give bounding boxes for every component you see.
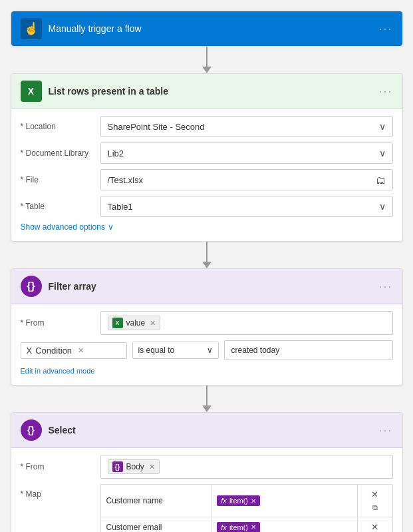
- excel-body: * Location SharePoint Site - Second ∨ * …: [11, 109, 402, 241]
- filter-from-label: * From: [21, 318, 94, 328]
- select-header: {} Select ···: [11, 413, 402, 448]
- filter-from-tag: X value ✕: [108, 316, 161, 330]
- fx-label-2: item(): [229, 523, 248, 531]
- doc-library-input[interactable]: Lib2 ∨: [100, 142, 393, 164]
- show-advanced-button[interactable]: Show advanced options ∨: [21, 222, 393, 232]
- arrow-3: [202, 386, 211, 412]
- show-advanced-label: Show advanced options: [21, 222, 105, 232]
- excel-card: X List rows present in a table ··· * Loc…: [11, 73, 403, 242]
- arrow-line-3: [206, 386, 207, 405]
- arrow-line-2: [206, 242, 207, 262]
- excel-header: X List rows present in a table ···: [11, 74, 402, 109]
- map-row-1-actions: ✕ ⧉: [363, 489, 387, 513]
- filter-icon-box: {}: [21, 276, 42, 297]
- location-chevron-icon: ∨: [379, 121, 386, 132]
- map-row-1-copy-button[interactable]: ⧉: [370, 503, 380, 513]
- arrow-head-3: [202, 405, 211, 412]
- map-key-1[interactable]: Customer name: [100, 485, 211, 517]
- select-map-label: * Map: [21, 484, 94, 499]
- fx-label-1: item(): [229, 497, 248, 505]
- map-row-1-delete-button[interactable]: ✕: [369, 489, 380, 500]
- excel-more-button[interactable]: ···: [378, 85, 392, 99]
- filter-from-tag-label: value: [126, 318, 146, 328]
- doc-library-chevron-icon: ∨: [379, 148, 386, 158]
- excel-icon: X: [28, 86, 34, 97]
- trigger-card: ☝ Manually trigger a flow ···: [11, 11, 403, 47]
- filter-from-tag-close[interactable]: ✕: [150, 319, 156, 328]
- condition-op-chevron-icon: ∨: [207, 346, 213, 355]
- select-from-tag-label: Body: [126, 462, 144, 471]
- arrow-line-1: [206, 47, 207, 67]
- arrow-head-1: [202, 67, 211, 73]
- fx-tag-1: fx item() ✕: [217, 495, 260, 506]
- file-folder-icon: 🗂: [376, 174, 386, 186]
- condition-tag-close[interactable]: ✕: [78, 346, 84, 355]
- filter-from-tag-icon: X: [112, 318, 123, 328]
- doc-library-row: * Document Library Lib2 ∨: [21, 142, 393, 164]
- map-row-1: Customer name fx item() ✕: [100, 485, 392, 517]
- edit-advanced-button[interactable]: Edit in advanced mode: [21, 367, 95, 375]
- map-actions-1: ✕ ⧉: [357, 485, 392, 517]
- condition-operator-dropdown[interactable]: is equal to ∨: [132, 342, 219, 359]
- trigger-header-left: ☝ Manually trigger a flow: [21, 18, 142, 39]
- condition-row: X Condition ✕ is equal to ∨ created toda…: [21, 340, 393, 360]
- excel-header-left: X List rows present in a table: [21, 81, 169, 102]
- table-value: Table1: [108, 202, 133, 212]
- map-table: Customer name fx item() ✕: [100, 484, 393, 532]
- doc-library-value: Lib2: [108, 148, 124, 158]
- fx-icon-1: fx: [221, 497, 227, 505]
- fx-close-1[interactable]: ✕: [251, 497, 256, 505]
- location-row: * Location SharePoint Site - Second ∨: [21, 116, 393, 137]
- location-input[interactable]: SharePoint Site - Second ∨: [100, 116, 393, 137]
- filter-body: * From X value ✕ X Condition ✕ is eq: [11, 304, 402, 385]
- map-key-2-text: Customer email: [106, 523, 162, 532]
- excel-icon-box: X: [21, 81, 42, 102]
- condition-tag-icon: X: [27, 346, 33, 356]
- select-from-row: * From {} Body ✕: [21, 455, 393, 479]
- map-key-2[interactable]: Customer email: [100, 517, 211, 533]
- trigger-more-button[interactable]: ···: [378, 22, 392, 36]
- filter-header: {} Filter array ···: [11, 269, 402, 304]
- table-chevron-icon: ∨: [379, 201, 386, 212]
- select-from-tag: {} Body ✕: [108, 459, 160, 474]
- select-map-container: Customer name fx item() ✕: [100, 484, 393, 532]
- select-icon-box: {}: [21, 419, 42, 441]
- condition-left-input[interactable]: X Condition ✕: [21, 342, 127, 359]
- trigger-title: Manually trigger a flow: [49, 23, 142, 34]
- table-row: * Table Table1 ∨: [21, 196, 393, 217]
- map-value-2[interactable]: fx item() ✕: [211, 517, 358, 533]
- filter-from-row: * From X value ✕: [21, 311, 393, 335]
- select-from-tag-icon: {}: [112, 461, 123, 472]
- location-label: * Location: [21, 122, 94, 131]
- fx-close-2[interactable]: ✕: [251, 523, 256, 531]
- fx-tag-2: fx item() ✕: [217, 522, 260, 533]
- file-input[interactable]: /Test.xlsx 🗂: [100, 169, 393, 190]
- filter-from-input[interactable]: X value ✕: [100, 311, 393, 335]
- excel-title: List rows present in a table: [49, 86, 169, 97]
- map-row-2-delete-button[interactable]: ✕: [369, 521, 380, 532]
- select-more-button[interactable]: ···: [378, 423, 392, 437]
- trigger-icon: ☝: [24, 21, 39, 36]
- show-advanced-chevron-icon: ∨: [108, 222, 114, 232]
- filter-title: Filter array: [49, 281, 96, 292]
- map-row-2: Customer email fx item() ✕: [100, 517, 392, 533]
- table-input[interactable]: Table1 ∨: [100, 196, 393, 217]
- select-from-tag-close[interactable]: ✕: [149, 463, 155, 471]
- fx-icon-2: fx: [221, 523, 227, 531]
- filter-icon: {}: [27, 280, 35, 292]
- arrow-head-2: [202, 262, 211, 268]
- map-row-2-actions: ✕: [363, 521, 387, 532]
- file-row: * File /Test.xlsx 🗂: [21, 169, 393, 190]
- condition-value-input[interactable]: created today: [224, 340, 393, 360]
- location-value: SharePoint Site - Second: [108, 122, 205, 132]
- select-card: {} Select ··· * From {} Body ✕ *: [11, 412, 403, 532]
- select-header-left: {} Select: [21, 419, 76, 441]
- select-from-input[interactable]: {} Body ✕: [100, 455, 393, 479]
- filter-more-button[interactable]: ···: [378, 280, 392, 294]
- arrow-1: [202, 47, 211, 73]
- file-value: /Test.xlsx: [108, 175, 143, 185]
- select-from-label: * From: [21, 462, 94, 471]
- condition-tag-label: Condition: [35, 346, 72, 356]
- select-map-row: * Map Customer name fx: [21, 484, 393, 532]
- map-value-1[interactable]: fx item() ✕: [211, 485, 358, 517]
